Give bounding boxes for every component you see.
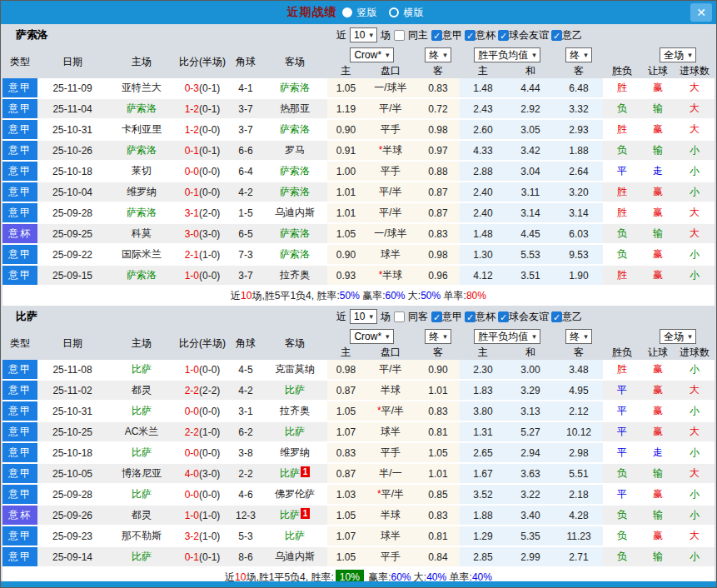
away-team-name: 拉齐奥 <box>280 269 310 281</box>
score-cell: 0-0(0-0) <box>176 161 229 182</box>
home-team-cell: 维罗纳 <box>107 182 176 202</box>
recent-count-select[interactable]: 10 ▾ <box>350 309 377 324</box>
result-cell: 平 <box>603 161 641 182</box>
corner-cell: 4-1 <box>229 78 262 98</box>
score-cell: 0-0(0-0) <box>176 401 229 421</box>
goals-result-text: 小 <box>690 363 700 375</box>
match-date-cell: 25-09-28 <box>37 484 107 505</box>
team-name: 萨索洛 <box>16 27 48 42</box>
table-row: 意甲25-09-23那不勒斯3-2(1-0)5-3比萨1.07球半0.811.2… <box>2 526 715 546</box>
avg-final-select[interactable]: 终 ▾ <box>565 47 592 62</box>
handicap-result-text: 赢 <box>653 384 663 396</box>
away-team-name: 乌迪内斯 <box>275 551 315 562</box>
league-checkbox[interactable]: ✓ <box>498 30 509 41</box>
result-cell: 负 <box>603 98 641 119</box>
home-team-cell: 那不勒斯 <box>107 526 176 546</box>
avg-lose-cell: 2.71 <box>555 546 603 567</box>
goals-result-cell: 大 <box>675 223 715 244</box>
match-type-cell: 意甲 <box>2 380 37 401</box>
goals-result-cell: 大 <box>675 202 715 223</box>
handicap-result-text: 赢 <box>653 405 663 416</box>
avg-draw-cell: 4.44 <box>506 78 555 98</box>
crow-odds-select[interactable]: Crow* ▾ <box>350 329 393 344</box>
goals-result-text: 大 <box>690 102 700 114</box>
league-checkbox[interactable]: ✓ <box>431 30 442 41</box>
col-header-date: 日期 <box>37 327 107 360</box>
chevron-down-icon: ▾ <box>584 332 588 341</box>
home-odds-cell: 0.87 <box>327 380 365 401</box>
final-odds-select[interactable]: 终 ▾ <box>425 47 451 62</box>
home-team-name: 都灵 <box>132 384 152 396</box>
away-team-cell: 萨索洛 <box>262 244 327 265</box>
result-text: 负 <box>617 248 627 260</box>
avg-final-select[interactable]: 终 ▾ <box>565 329 592 344</box>
avg-draw-cell: 5.35 <box>506 526 555 546</box>
home-team-cell: 卡利亚里 <box>107 119 176 140</box>
col-header-let: 让球 <box>641 346 675 360</box>
goals-result-cell: 小 <box>675 244 715 265</box>
match-date-cell: 25-10-31 <box>37 401 107 421</box>
goals-result-text: 小 <box>690 269 700 281</box>
avg-draw-cell: 3.40 <box>506 505 555 526</box>
handicap-name: 半球 <box>382 144 402 156</box>
handicap-result-text: 赢 <box>653 123 663 135</box>
avg-lose-cell: 2.93 <box>555 119 603 140</box>
horizontal-layout-label: 横版 <box>404 6 424 20</box>
avg-draw-cell: 3.13 <box>506 401 555 421</box>
result-text: 负 <box>617 227 627 239</box>
league-checkbox[interactable]: ✓ <box>551 30 562 41</box>
goals-result-cell: 小 <box>675 442 715 463</box>
away-team-cell: 克雷莫纳 <box>262 360 327 380</box>
home-odds-cell: 1.00 <box>327 161 365 182</box>
league-checkbox[interactable]: ✓ <box>465 30 476 41</box>
match-type-cell: 意甲 <box>2 360 37 380</box>
handicap-result-cell: 输 <box>641 223 675 244</box>
handicap-cell: 一/球半 <box>365 223 416 244</box>
home-odds-cell: 1.19 <box>327 98 365 119</box>
vertical-layout-radio[interactable] <box>342 7 352 17</box>
home-odds-cell: 1.05 <box>327 505 365 526</box>
goals-result-cell: 大 <box>675 98 715 119</box>
handicap-name: 平/半 <box>379 207 401 218</box>
corner-cell: 3-7 <box>229 119 262 140</box>
goals-result-cell: 小 <box>675 182 715 202</box>
avg-lose-cell: 1.88 <box>555 140 603 161</box>
league-checkbox[interactable]: ✓ <box>551 311 562 322</box>
halftime-score: (0-0) <box>199 124 220 136</box>
halftime-score: (3-0) <box>199 468 220 480</box>
away-team-name: 萨索洛 <box>280 227 310 239</box>
home-odds-cell: 1.07 <box>327 421 365 442</box>
match-type-cell: 意甲 <box>2 484 37 505</box>
fulltime-score: 0-1 <box>185 187 199 198</box>
recent-count-select[interactable]: 10 ▾ <box>350 27 377 42</box>
games-label: 场 <box>381 28 391 42</box>
league-checkbox[interactable]: ✓ <box>431 311 442 322</box>
goals-result-text: 小 <box>690 551 700 562</box>
away-odds-cell: 0.84 <box>416 546 460 567</box>
halftime-score: (0-0) <box>199 447 220 459</box>
avg-odds-select[interactable]: 胜平负均值 ▾ <box>474 47 540 62</box>
goals-result-text: 大 <box>690 123 700 135</box>
handicap-result-text: 赢 <box>653 207 663 218</box>
horizontal-layout-radio[interactable] <box>389 7 399 17</box>
goals-result-cell: 大 <box>675 463 715 484</box>
league-label: 球会友谊 <box>509 28 549 42</box>
goals-result-cell: 小 <box>675 546 715 567</box>
col-header-home: 主场 <box>107 46 176 78</box>
full-match-select[interactable]: 全场 ▾ <box>660 329 696 344</box>
full-match-select[interactable]: 全场 ▾ <box>660 47 696 62</box>
crow-odds-select[interactable]: Crow* ▾ <box>350 47 393 62</box>
league-checkbox[interactable]: ✓ <box>465 311 476 322</box>
away-team-cell: 比萨 <box>262 526 327 546</box>
final-odds-select[interactable]: 终 ▾ <box>425 329 451 344</box>
away-odds-cell: 1.01 <box>416 380 460 401</box>
avg-odds-select[interactable]: 胜平负均值 ▾ <box>474 329 540 344</box>
league-checkbox[interactable]: ✓ <box>498 311 509 322</box>
avg-lose-cell: 2.12 <box>555 401 603 421</box>
home-team-cell: 国际米兰 <box>107 244 176 265</box>
fulltime-score: 3-0 <box>185 228 199 240</box>
close-button[interactable]: ✕ <box>690 3 712 22</box>
same-venue-checkbox[interactable] <box>394 311 405 322</box>
handicap-result-text: 赢 <box>653 186 663 197</box>
same-venue-checkbox[interactable] <box>394 30 405 41</box>
